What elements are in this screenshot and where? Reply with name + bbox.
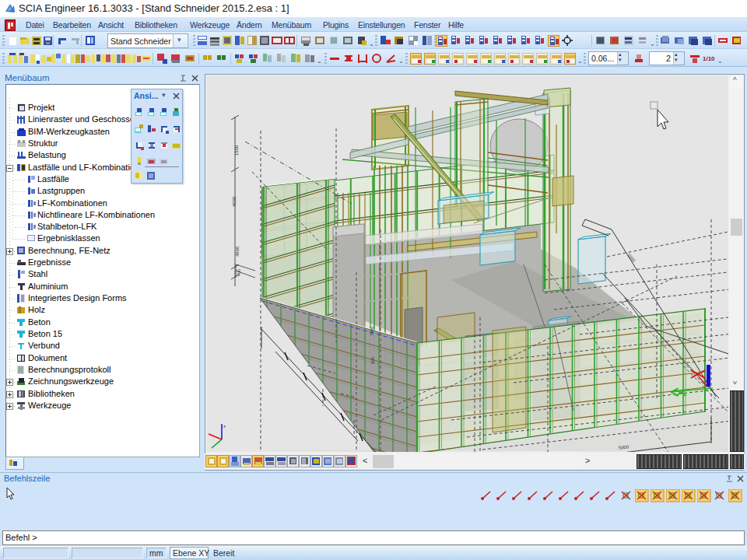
svg-text:4800: 4800 [235,246,240,257]
svg-text:400: 400 [237,269,241,276]
svg-text:4000: 4000 [232,196,237,207]
svg-text:500: 500 [370,357,375,364]
svg-text:z: z [223,424,226,429]
svg-text:1500: 1500 [234,145,239,156]
svg-text:7500: 7500 [370,327,374,336]
